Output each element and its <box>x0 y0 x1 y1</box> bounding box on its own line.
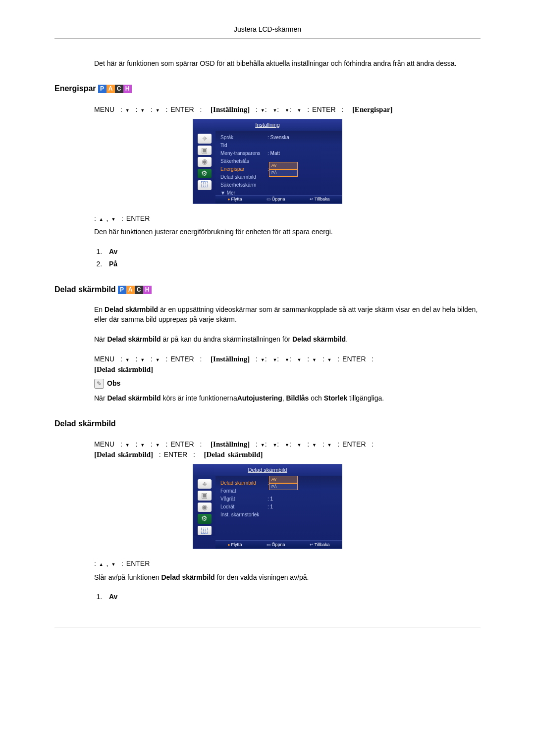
osd-dropdown: Av På <box>269 162 298 176</box>
osd-icon-picture: ▣ <box>198 491 212 501</box>
osd-item: Säkerhetslås <box>220 158 268 165</box>
para-delad-2: När Delad skärmbild är på kan du ändra s… <box>94 335 481 345</box>
down-arrow-icon <box>156 355 160 363</box>
dot-icon: ● <box>228 543 230 547</box>
down-arrow-icon <box>156 440 160 448</box>
intro-para: Det här är funktionen som spärrar OSD fö… <box>94 59 481 69</box>
heading-energispar: Energispar P A C H <box>54 83 481 94</box>
osd-icon-sidebar: ⎆ ▣ ◉ ⚙ ⿲ <box>193 476 215 536</box>
osd-value: : 1 <box>268 496 273 503</box>
osd-icon-setup: ⚙ <box>198 169 212 179</box>
heading-text: Delad skärmbild <box>54 418 116 429</box>
menu-label: MENU <box>94 105 114 113</box>
enter-label: ENTER <box>126 559 150 567</box>
list-item: Av <box>104 592 481 602</box>
down-arrow-icon <box>297 440 302 448</box>
osd-item: Meny-transparens <box>220 150 268 157</box>
osd-footer-move: Flytta <box>231 197 242 202</box>
note-para: När Delad skärmbild körs är inte funktio… <box>94 394 481 403</box>
enter-icon: ▭ <box>267 542 271 547</box>
osd-footer-move: Flytta <box>231 542 242 547</box>
down-arrow-icon <box>272 355 277 363</box>
return-icon: ↩ <box>310 542 314 547</box>
osd-title: Inställning <box>193 119 342 131</box>
dot-icon: ● <box>228 197 230 202</box>
osd-item: Format <box>220 488 268 495</box>
enter-label: ENTER <box>170 440 194 448</box>
enter-label: ENTER <box>342 355 366 363</box>
osd-screenshot-2: Delad skärmbild ⎆ ▣ ◉ ⚙ ⿲ Delad skärmbil… <box>193 464 342 549</box>
footer-rule <box>54 627 481 628</box>
down-arrow-icon <box>125 105 130 113</box>
down-arrow-icon <box>297 105 302 113</box>
menu-path-1: MENU : : : : ENTER : [Inställning] : : :… <box>94 104 481 115</box>
osd-item: Tid <box>220 142 268 149</box>
bracket-delad: [Delad skärmbild] <box>94 451 153 458</box>
bracket-energispar: [Energispar] <box>352 105 393 113</box>
down-arrow-icon <box>327 440 332 448</box>
osd-footer-back: Tillbaka <box>315 542 330 547</box>
osd-icon-setup: ⚙ <box>198 514 212 524</box>
down-arrow-icon <box>285 440 289 448</box>
osd-footer: ●Flytta ▭Öppna ↩Tillbaka <box>215 195 342 203</box>
osd-body: ⎆ ▣ ◉ ⚙ ⿲ Delad skärmbild: Av På Format … <box>193 476 342 536</box>
bracket-installning: [Inställning] <box>211 440 250 448</box>
osd-icon-sound: ◉ <box>198 503 212 512</box>
p-icon: P <box>98 85 107 93</box>
list-delad: Av <box>94 592 481 602</box>
osd-footer-open: Öppna <box>272 197 285 202</box>
down-arrow-icon <box>140 440 145 448</box>
a-icon: A <box>126 286 135 294</box>
osd-footer-open: Öppna <box>272 542 285 547</box>
heading-delad-2: Delad skärmbild <box>54 418 481 429</box>
c-icon: C <box>135 286 143 294</box>
down-arrow-icon <box>312 440 317 448</box>
osd-icon-sound: ◉ <box>198 157 212 167</box>
osd-item: Inst. skärmstorlek <box>220 511 268 518</box>
osd-item: Vågrät <box>220 496 268 503</box>
down-arrow-icon <box>261 440 265 448</box>
osd-body: ⎆ ▣ ◉ ⚙ ⿲ Språk: Svenska Tid Meny-transp… <box>193 131 342 190</box>
menu-path-3: MENU : : : : ENTER : [Inställning] : : :… <box>94 439 481 460</box>
para-delad-avpa: Slår av/på funktionen Delad skärmbild fö… <box>94 573 481 583</box>
para-energispar: Den här funktionen justerar energiförbru… <box>94 227 481 237</box>
down-arrow-icon <box>272 440 277 448</box>
osd-item: Lodrät <box>220 504 268 510</box>
note-label: Obs <box>107 379 120 389</box>
osd-item: Språk <box>220 134 268 141</box>
enter-label: ENTER <box>126 214 150 222</box>
down-arrow-icon <box>312 355 317 363</box>
osd-list: Språk: Svenska Tid Meny-transparens: Mat… <box>215 131 342 190</box>
osd-option-selected: Av <box>269 162 298 169</box>
heading-delad-1: Delad skärmbild P A C H <box>54 284 481 295</box>
c-icon: C <box>115 85 123 93</box>
osd-icon-input: ⎆ <box>198 134 212 144</box>
down-arrow-icon <box>261 355 265 363</box>
osd-title: Delad skärmbild <box>193 464 342 476</box>
heading-text: Delad skärmbild <box>54 284 116 295</box>
osd-icon-multi: ⿲ <box>198 526 212 536</box>
down-arrow-icon <box>327 355 332 363</box>
osd-footer: ●Flytta ▭Öppna ↩Tillbaka <box>215 540 342 549</box>
heading-text: Energispar <box>54 83 96 94</box>
enter-icon: ▭ <box>267 197 271 202</box>
note-heading: ✎ Obs <box>94 379 481 389</box>
down-arrow-icon <box>261 105 265 113</box>
osd-value: : 1 <box>268 504 273 510</box>
down-arrow-icon <box>285 105 289 113</box>
enter-label: ENTER <box>170 105 194 113</box>
up-arrow-icon <box>99 559 104 567</box>
down-arrow-icon <box>272 105 277 113</box>
bracket-installning: [Inställning] <box>211 105 250 113</box>
enter-label: ENTER <box>170 355 194 363</box>
osd-icon-input: ⎆ <box>198 479 212 489</box>
down-arrow-icon <box>111 559 115 567</box>
osd-list: Delad skärmbild: Av På Format Vågrät: 1 … <box>215 476 342 536</box>
list-item: På <box>104 259 481 269</box>
menu-label: MENU <box>94 440 114 448</box>
menu-path-2: MENU : : : : ENTER : [Inställning] : : :… <box>94 354 481 375</box>
post-nav-line-1: : , : ENTER <box>94 214 481 224</box>
osd-icon-multi: ⿲ <box>198 180 212 190</box>
bracket-delad: [Delad skärmbild] <box>204 451 263 458</box>
osd-icon-sidebar: ⎆ ▣ ◉ ⚙ ⿲ <box>193 131 215 190</box>
